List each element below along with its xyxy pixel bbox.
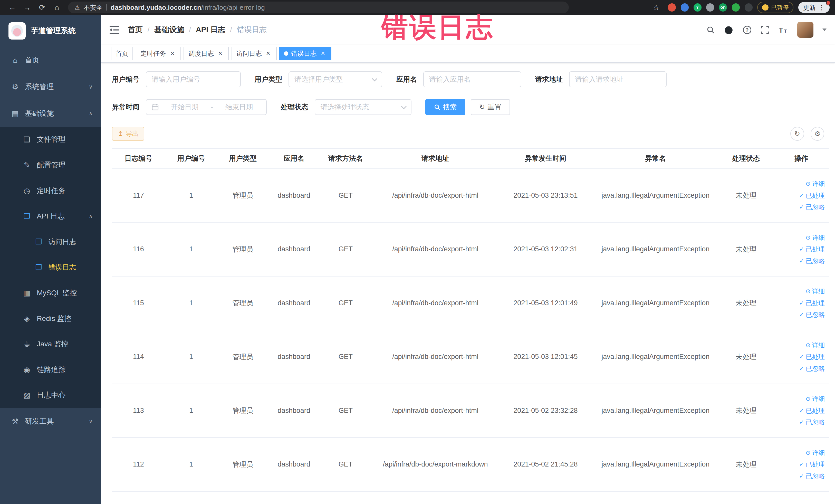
cell-status: 未处理 [719, 384, 773, 438]
tab[interactable]: 访问日志 × [231, 47, 277, 61]
detail-link[interactable]: ⊙详细 [806, 287, 825, 296]
bookmark-star-icon[interactable]: ☆ [649, 0, 663, 15]
detail-link[interactable]: ⊙详细 [806, 180, 825, 188]
mark-ignored-link[interactable]: ✓已忽略 [799, 472, 825, 480]
detail-link[interactable]: ⊙详细 [806, 448, 825, 457]
mark-processed-link[interactable]: ✓已处理 [799, 245, 825, 254]
sidebar-item[interactable]: ❐ API 日志 [0, 203, 101, 229]
sidebar-item[interactable]: ◈ Redis 监控 [0, 306, 101, 331]
paused-badge[interactable]: 已暂停 [757, 2, 793, 13]
reload-icon[interactable]: ⟳ [35, 0, 49, 15]
column-settings-icon[interactable]: ⚙ [811, 127, 824, 141]
cell-log-id: 112 [112, 438, 165, 491]
user-id-input[interactable] [152, 76, 235, 83]
detail-link[interactable]: ⊙详细 [806, 234, 825, 242]
update-button[interactable]: 更新⋮ [798, 2, 830, 13]
app-logo[interactable]: 芋道管理系统 [0, 15, 101, 47]
user-type-select[interactable]: 请选择用户类型 [288, 72, 382, 87]
mark-ignored-link[interactable]: ✓已忽略 [799, 310, 825, 319]
search-icon[interactable] [707, 26, 715, 34]
mark-ignored-link[interactable]: ✓已忽略 [799, 203, 825, 211]
sidebar-item-label: 首页 [25, 55, 39, 65]
sidebar-item[interactable]: ✎ 配置管理 [0, 152, 101, 178]
mark-ignored-link[interactable]: ✓已忽略 [799, 257, 825, 265]
tab[interactable]: 首页 × [111, 47, 133, 61]
app-name-input[interactable] [429, 76, 515, 83]
extension-icon[interactable]: on [719, 3, 727, 11]
search-button[interactable]: 搜索 [425, 99, 465, 115]
export-button[interactable]: ↥ 导出 [112, 127, 144, 141]
breadcrumb-item[interactable]: 基础设施 [154, 25, 184, 35]
breadcrumb-item[interactable]: 错误日志 [237, 25, 267, 35]
font-size-icon[interactable]: TT [778, 26, 788, 34]
sidebar-item[interactable]: ❏ 文件管理 [0, 127, 101, 153]
github-icon[interactable] [724, 25, 733, 35]
breadcrumb-item[interactable]: API 日志 [196, 25, 225, 35]
sidebar-item[interactable]: ◷ 定时任务 [0, 178, 101, 204]
request-url-input[interactable] [575, 76, 661, 83]
browser-home-icon[interactable]: ⌂ [50, 0, 64, 15]
svg-text:T: T [784, 29, 787, 34]
sidebar-item-label: Java 监控 [37, 339, 68, 349]
close-icon[interactable]: × [319, 50, 327, 57]
close-icon[interactable]: × [264, 50, 272, 57]
sidebar-item[interactable]: ⚙ 系统管理 [0, 74, 101, 100]
cell-user-id: 1 [165, 276, 217, 330]
table-row: 115 1 管理员 dashboard GET /api/infra/db-do… [112, 276, 829, 330]
cell-log-id: 114 [112, 330, 165, 384]
sidebar-item[interactable]: ◉ 链路追踪 [0, 357, 101, 383]
sidebar: 芋道管理系统 ⌂ 首页 ⚙ 系统管理 ▤ 基础设施 [0, 15, 101, 504]
cell-exception-time: 2021-05-03 12:01:45 [499, 330, 592, 384]
view-icon: ⊙ [806, 234, 810, 241]
extension-icon[interactable] [706, 3, 714, 11]
tab[interactable]: 错误日志 × [279, 47, 331, 61]
chevron-down-icon [401, 104, 407, 109]
process-status-select[interactable]: 请选择处理状态 [315, 99, 412, 115]
refresh-table-icon[interactable]: ↻ [790, 127, 804, 141]
reset-button[interactable]: ↻ 重置 [471, 99, 510, 115]
address-bar[interactable]: ⚠ 不安全 dashboard.yudao.iocoder.cn/infra/l… [68, 2, 569, 13]
back-icon[interactable]: ← [5, 0, 19, 15]
column-header-method: 请求方法名 [320, 148, 372, 169]
sidebar-item-label: API 日志 [37, 211, 65, 221]
detail-link[interactable]: ⊙详细 [806, 395, 825, 403]
sidebar-item[interactable]: ❐ 访问日志 [0, 229, 101, 255]
mark-processed-link[interactable]: ✓已处理 [799, 191, 825, 200]
tab[interactable]: 调度日志 × [184, 47, 229, 61]
mark-processed-link[interactable]: ✓已处理 [799, 460, 825, 468]
close-icon[interactable]: × [169, 50, 176, 57]
close-icon[interactable]: × [217, 50, 224, 57]
extension-icon[interactable] [668, 3, 676, 11]
tab[interactable]: 定时任务 × [136, 47, 181, 61]
mark-processed-link[interactable]: ✓已处理 [799, 352, 825, 361]
mark-ignored-link[interactable]: ✓已忽略 [799, 364, 825, 373]
date-range-picker[interactable]: 开始日期 - 结束日期 [146, 99, 267, 115]
extension-icon[interactable]: Y [694, 3, 701, 11]
sidebar-item[interactable]: ▨ 日志中心 [0, 382, 101, 408]
sidebar-item[interactable]: ▥ MySQL 监控 [0, 280, 101, 306]
sidebar-toggle-icon[interactable] [109, 26, 119, 34]
extension-icon[interactable] [681, 3, 689, 11]
column-header-log-id: 日志编号 [112, 148, 165, 169]
extension-icon[interactable] [745, 3, 753, 11]
sidebar-item[interactable]: ☕ Java 监控 [0, 331, 101, 357]
mark-processed-link[interactable]: ✓已处理 [799, 299, 825, 307]
cell-log-id: 115 [112, 276, 165, 330]
caret-down-icon[interactable] [822, 28, 827, 31]
avatar[interactable] [797, 22, 813, 38]
security-label[interactable]: 不安全 [83, 3, 103, 12]
sidebar-item[interactable]: ▤ 基础设施 [0, 100, 101, 127]
mark-processed-link[interactable]: ✓已处理 [799, 406, 825, 415]
sidebar-item[interactable]: ⌂ 首页 [0, 47, 101, 74]
mark-ignored-link[interactable]: ✓已忽略 [799, 418, 825, 426]
detail-link[interactable]: ⊙详细 [806, 341, 825, 349]
sidebar-item-label: 访问日志 [48, 237, 76, 246]
sidebar-item[interactable]: ⚒ 研发工具 [0, 408, 101, 435]
kebab-menu-icon[interactable]: ⋮ [819, 4, 825, 11]
forward-icon[interactable]: → [20, 0, 34, 15]
fullscreen-icon[interactable] [760, 26, 769, 34]
breadcrumb-item[interactable]: 首页 [128, 25, 143, 35]
extension-icon[interactable] [732, 3, 740, 11]
sidebar-item[interactable]: ❐ 错误日志 [0, 255, 101, 280]
help-icon[interactable]: ? [742, 25, 752, 35]
